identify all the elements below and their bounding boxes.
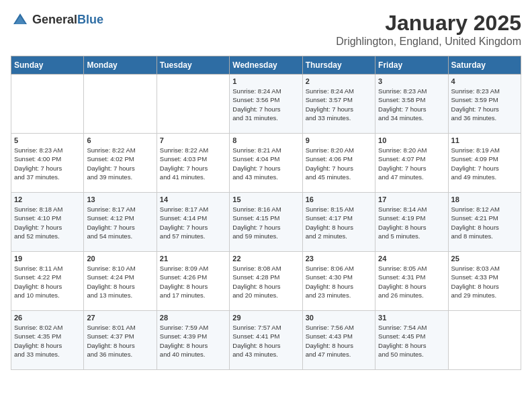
calendar-cell: 16Sunrise: 8:15 AM Sunset: 4:17 PM Dayli… [302,193,375,252]
cell-info: Sunrise: 7:56 AM Sunset: 4:43 PM Dayligh… [306,323,372,359]
calendar-cell: 2Sunrise: 8:24 AM Sunset: 3:57 PM Daylig… [302,75,375,134]
calendar-week-row: 19Sunrise: 8:11 AM Sunset: 4:22 PM Dayli… [11,252,521,311]
calendar-cell: 14Sunrise: 8:17 AM Sunset: 4:14 PM Dayli… [157,193,229,252]
calendar-cell: 23Sunrise: 8:06 AM Sunset: 4:30 PM Dayli… [302,252,375,311]
day-number: 15 [232,195,299,203]
cell-info: Sunrise: 8:14 AM Sunset: 4:19 PM Dayligh… [378,205,445,240]
cell-info: Sunrise: 8:20 AM Sunset: 4:07 PM Dayligh… [378,146,445,181]
location-title: Drighlington, England, United Kingdom [336,36,521,48]
calendar-body: 1Sunrise: 8:24 AM Sunset: 3:56 PM Daylig… [11,75,521,370]
day-number: 11 [451,136,518,144]
cell-info: Sunrise: 8:18 AM Sunset: 4:10 PM Dayligh… [14,205,81,240]
day-number: 5 [14,136,81,144]
day-header: Saturday [448,56,521,75]
calendar-table: SundayMondayTuesdayWednesdayThursdayFrid… [11,56,521,370]
calendar-cell [157,75,229,134]
calendar-cell: 17Sunrise: 8:14 AM Sunset: 4:19 PM Dayli… [375,193,448,252]
logo: GeneralBlue [11,11,103,30]
day-number: 16 [306,195,372,203]
calendar-cell: 8Sunrise: 8:21 AM Sunset: 4:04 PM Daylig… [230,134,302,193]
day-number: 3 [378,77,445,85]
calendar-cell: 28Sunrise: 7:59 AM Sunset: 4:39 PM Dayli… [157,311,229,370]
cell-info: Sunrise: 8:23 AM Sunset: 3:59 PM Dayligh… [451,87,518,122]
calendar-cell: 10Sunrise: 8:20 AM Sunset: 4:07 PM Dayli… [375,134,448,193]
calendar-cell [84,75,157,134]
calendar-cell: 5Sunrise: 8:23 AM Sunset: 4:00 PM Daylig… [11,134,84,193]
calendar-cell: 3Sunrise: 8:23 AM Sunset: 3:58 PM Daylig… [375,75,448,134]
cell-info: Sunrise: 8:01 AM Sunset: 4:37 PM Dayligh… [87,323,153,359]
calendar-cell: 9Sunrise: 8:20 AM Sunset: 4:06 PM Daylig… [302,134,375,193]
cell-info: Sunrise: 8:20 AM Sunset: 4:06 PM Dayligh… [306,146,372,181]
calendar-cell: 22Sunrise: 8:08 AM Sunset: 4:28 PM Dayli… [230,252,302,311]
day-header: Monday [84,56,157,75]
cell-info: Sunrise: 8:09 AM Sunset: 4:26 PM Dayligh… [160,264,226,300]
calendar-header-row: SundayMondayTuesdayWednesdayThursdayFrid… [11,56,521,75]
calendar-cell: 31Sunrise: 7:54 AM Sunset: 4:45 PM Dayli… [375,311,448,370]
calendar-cell: 13Sunrise: 8:17 AM Sunset: 4:12 PM Dayli… [84,193,157,252]
day-number: 30 [306,314,372,322]
day-header: Tuesday [157,56,229,75]
calendar-week-row: 26Sunrise: 8:02 AM Sunset: 4:35 PM Dayli… [11,311,521,370]
day-number: 27 [87,314,153,322]
day-number: 23 [306,255,372,263]
cell-info: Sunrise: 8:23 AM Sunset: 4:00 PM Dayligh… [14,146,81,181]
day-number: 4 [451,77,518,85]
day-number: 21 [160,255,226,263]
calendar-cell: 15Sunrise: 8:16 AM Sunset: 4:15 PM Dayli… [230,193,302,252]
day-number: 10 [378,136,445,144]
cell-info: Sunrise: 8:24 AM Sunset: 3:57 PM Dayligh… [306,87,372,122]
cell-info: Sunrise: 8:17 AM Sunset: 4:14 PM Dayligh… [160,205,226,240]
day-number: 25 [451,255,518,263]
calendar-cell: 27Sunrise: 8:01 AM Sunset: 4:37 PM Dayli… [84,311,157,370]
cell-info: Sunrise: 8:23 AM Sunset: 3:58 PM Dayligh… [378,87,445,122]
calendar-cell: 11Sunrise: 8:19 AM Sunset: 4:09 PM Dayli… [448,134,521,193]
day-header: Thursday [302,56,375,75]
cell-info: Sunrise: 7:59 AM Sunset: 4:39 PM Dayligh… [160,323,226,359]
calendar-cell: 29Sunrise: 7:57 AM Sunset: 4:41 PM Dayli… [230,311,302,370]
header: GeneralBlue January 2025 Drighlington, E… [11,11,521,48]
calendar-cell: 1Sunrise: 8:24 AM Sunset: 3:56 PM Daylig… [230,75,302,134]
calendar-cell [448,311,521,370]
day-number: 31 [378,314,445,322]
calendar-cell: 26Sunrise: 8:02 AM Sunset: 4:35 PM Dayli… [11,311,84,370]
cell-info: Sunrise: 8:05 AM Sunset: 4:31 PM Dayligh… [378,264,445,300]
calendar-cell: 6Sunrise: 8:22 AM Sunset: 4:02 PM Daylig… [84,134,157,193]
day-number: 9 [306,136,372,144]
calendar-cell: 4Sunrise: 8:23 AM Sunset: 3:59 PM Daylig… [448,75,521,134]
cell-info: Sunrise: 7:57 AM Sunset: 4:41 PM Dayligh… [232,323,299,359]
cell-info: Sunrise: 8:19 AM Sunset: 4:09 PM Dayligh… [451,146,518,181]
day-number: 22 [232,255,299,263]
day-number: 6 [87,136,153,144]
day-number: 2 [306,77,372,85]
calendar-cell: 20Sunrise: 8:10 AM Sunset: 4:24 PM Dayli… [84,252,157,311]
month-title: January 2025 [336,11,521,36]
calendar-cell: 25Sunrise: 8:03 AM Sunset: 4:33 PM Dayli… [448,252,521,311]
day-number: 28 [160,314,226,322]
cell-info: Sunrise: 8:21 AM Sunset: 4:04 PM Dayligh… [232,146,299,181]
day-number: 26 [14,314,81,322]
calendar-cell [11,75,84,134]
day-header: Sunday [11,56,84,75]
cell-info: Sunrise: 8:02 AM Sunset: 4:35 PM Dayligh… [14,323,81,359]
calendar-cell: 18Sunrise: 8:12 AM Sunset: 4:21 PM Dayli… [448,193,521,252]
cell-info: Sunrise: 8:12 AM Sunset: 4:21 PM Dayligh… [451,205,518,240]
title-area: January 2025 Drighlington, England, Unit… [336,11,521,48]
logo-text-general: GeneralBlue [32,13,103,27]
cell-info: Sunrise: 8:10 AM Sunset: 4:24 PM Dayligh… [87,264,153,300]
calendar-cell: 24Sunrise: 8:05 AM Sunset: 4:31 PM Dayli… [375,252,448,311]
calendar-cell: 19Sunrise: 8:11 AM Sunset: 4:22 PM Dayli… [11,252,84,311]
day-number: 20 [87,255,153,263]
day-header: Friday [375,56,448,75]
day-number: 18 [451,195,518,203]
calendar-week-row: 12Sunrise: 8:18 AM Sunset: 4:10 PM Dayli… [11,193,521,252]
cell-info: Sunrise: 8:11 AM Sunset: 4:22 PM Dayligh… [14,264,81,300]
cell-info: Sunrise: 8:06 AM Sunset: 4:30 PM Dayligh… [306,264,372,300]
day-number: 12 [14,195,81,203]
day-number: 13 [87,195,153,203]
calendar-cell: 30Sunrise: 7:56 AM Sunset: 4:43 PM Dayli… [302,311,375,370]
calendar-cell: 12Sunrise: 8:18 AM Sunset: 4:10 PM Dayli… [11,193,84,252]
day-number: 29 [232,314,299,322]
calendar-cell: 21Sunrise: 8:09 AM Sunset: 4:26 PM Dayli… [157,252,229,311]
logo-icon [11,11,30,30]
calendar-cell: 7Sunrise: 8:22 AM Sunset: 4:03 PM Daylig… [157,134,229,193]
